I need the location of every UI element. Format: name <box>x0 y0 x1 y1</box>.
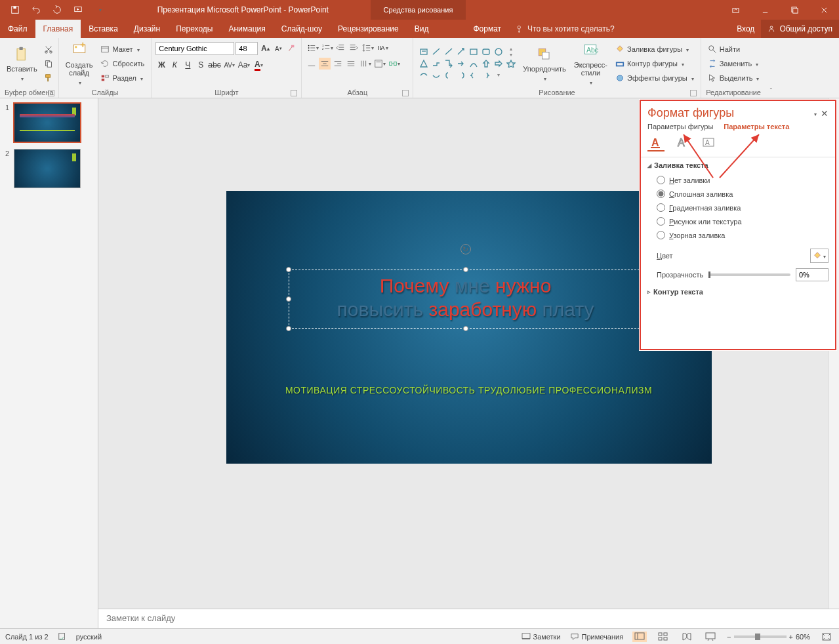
bold-icon[interactable]: Ж <box>155 59 167 71</box>
share-button[interactable]: Общий доступ <box>761 20 839 38</box>
signin-link[interactable]: Вход <box>730 20 761 38</box>
replace-menu[interactable]: Заменить <box>705 57 762 70</box>
zoom-control[interactable]: − + 60% <box>727 633 810 641</box>
transparency-input[interactable] <box>796 268 829 281</box>
textbox-icon[interactable]: A <box>700 134 717 151</box>
align-text-icon[interactable] <box>374 58 386 70</box>
pane-tab-shape[interactable]: Параметры фигуры <box>647 123 713 131</box>
align-left-icon[interactable] <box>306 58 317 70</box>
format-painter-icon[interactable] <box>43 72 54 84</box>
pane-menu-icon[interactable] <box>814 109 817 118</box>
tab-animations[interactable]: Анимация <box>220 20 273 38</box>
shape-effects-menu[interactable]: Эффекты фигуры <box>613 71 697 85</box>
bullets-icon[interactable] <box>307 42 319 54</box>
columns-icon[interactable] <box>359 58 371 70</box>
transparency-slider[interactable] <box>708 273 790 276</box>
tab-home[interactable]: Главная <box>35 20 81 38</box>
notes-toggle[interactable]: Заметки <box>522 633 561 641</box>
shape-outline-menu[interactable]: Контур фигуры <box>613 57 697 70</box>
align-right-icon[interactable] <box>332 58 344 70</box>
shape-fill-menu[interactable]: Заливка фигуры <box>613 43 697 56</box>
font-size-input[interactable] <box>235 42 258 55</box>
zoom-slider[interactable] <box>734 635 787 638</box>
resize-handle[interactable] <box>286 326 291 331</box>
thumbnail-1[interactable]: 1 <box>5 104 98 142</box>
shapes-gallery[interactable]: ▴▾ ▾ <box>417 45 518 81</box>
smartart-icon[interactable] <box>388 58 400 70</box>
tab-format[interactable]: Формат <box>465 20 509 38</box>
new-slide-button[interactable]: Создать слайд <box>63 40 96 87</box>
decrease-indent-icon[interactable] <box>335 42 346 54</box>
zoom-out-icon[interactable]: − <box>727 633 731 641</box>
shadow-icon[interactable]: S <box>195 59 207 71</box>
section-text-outline[interactable]: Контур текста <box>641 284 835 300</box>
radio-picture-fill[interactable]: Рисунок или текстура <box>657 214 829 228</box>
radio-gradient-fill[interactable]: Градиентная заливка <box>657 201 829 214</box>
pane-tab-text[interactable]: Параметры текста <box>724 123 789 131</box>
text-direction-icon[interactable]: IIА <box>377 42 388 54</box>
cut-icon[interactable] <box>43 43 54 55</box>
reading-view-icon[interactable] <box>680 632 694 642</box>
tab-design[interactable]: Дизайн <box>126 20 168 38</box>
resize-handle[interactable] <box>286 296 291 302</box>
slide-counter[interactable]: Слайд 1 из 2 <box>5 633 49 641</box>
start-from-beginning-icon[interactable] <box>72 4 84 16</box>
shrink-font-icon[interactable]: A▾ <box>272 43 284 54</box>
spellcheck-icon[interactable] <box>58 632 67 642</box>
select-menu[interactable]: Выделить <box>705 71 762 85</box>
underline-icon[interactable]: Ч <box>182 59 194 71</box>
numbering-icon[interactable]: 12 <box>321 42 333 54</box>
font-launcher[interactable] <box>291 90 297 96</box>
find-button[interactable]: Найти <box>705 43 762 56</box>
save-icon[interactable] <box>9 4 21 16</box>
clipboard-launcher[interactable] <box>48 90 54 96</box>
section-text-fill[interactable]: Заливка текста <box>641 157 835 173</box>
minimize-icon[interactable] <box>750 0 780 20</box>
tell-me-search[interactable]: Что вы хотите сделать? <box>509 20 621 38</box>
redo-icon[interactable] <box>51 4 63 16</box>
text-effects-icon[interactable]: A <box>674 134 691 151</box>
language-indicator[interactable]: русский <box>76 633 102 641</box>
maximize-icon[interactable] <box>780 0 809 20</box>
arrange-button[interactable]: Упорядочить <box>520 44 568 83</box>
subtitle-text[interactable]: МОТИВАЦИЯ СТРЕССОУСТОЙЧИВОСТЬ ТРУДОЛЮБИЕ… <box>226 385 712 395</box>
quick-styles-button[interactable]: Abc Экспресс- стили <box>571 40 610 87</box>
tab-transitions[interactable]: Переходы <box>168 20 220 38</box>
ribbon-display-icon[interactable] <box>721 0 750 20</box>
resize-handle[interactable] <box>463 326 468 331</box>
tab-slideshow[interactable]: Слайд-шоу <box>274 20 330 38</box>
collapse-ribbon-icon[interactable]: ˆ <box>770 88 772 95</box>
italic-icon[interactable]: К <box>169 59 180 71</box>
tab-review[interactable]: Рецензирование <box>330 20 407 38</box>
line-spacing-icon[interactable] <box>362 42 374 54</box>
radio-pattern-fill[interactable]: Узорная заливка <box>657 228 829 242</box>
zoom-value[interactable]: 60% <box>796 633 810 641</box>
increase-indent-icon[interactable] <box>348 42 359 54</box>
color-picker[interactable] <box>810 249 829 263</box>
thumbnail-2[interactable]: 2 <box>5 150 98 188</box>
clear-formatting-icon[interactable] <box>285 43 297 54</box>
close-icon[interactable] <box>809 0 839 20</box>
title-placeholder[interactable]: Почему мне нужно повысить заработную пла… <box>289 270 643 329</box>
rotate-handle[interactable] <box>460 244 471 254</box>
sorter-view-icon[interactable] <box>656 632 670 642</box>
font-color-icon[interactable]: A <box>253 59 264 71</box>
undo-icon[interactable] <box>30 4 42 16</box>
text-fill-outline-icon[interactable]: A <box>647 134 665 151</box>
radio-solid-fill[interactable]: Сплошная заливка <box>657 187 829 201</box>
zoom-in-icon[interactable]: + <box>789 633 793 641</box>
drawing-launcher[interactable] <box>690 90 697 96</box>
align-center-icon[interactable] <box>319 58 331 70</box>
tab-file[interactable]: Файл <box>0 20 35 38</box>
resize-handle[interactable] <box>286 267 291 272</box>
normal-view-icon[interactable] <box>632 632 647 642</box>
char-spacing-icon[interactable]: AV <box>224 59 235 71</box>
font-name-input[interactable] <box>155 42 234 55</box>
grow-font-icon[interactable]: A▴ <box>259 43 271 54</box>
slideshow-view-icon[interactable] <box>703 632 718 642</box>
justify-icon[interactable] <box>345 58 357 70</box>
strike-icon[interactable]: abc <box>208 59 220 71</box>
change-case-icon[interactable]: Aa <box>238 59 251 71</box>
qat-customize-icon[interactable] <box>94 4 106 16</box>
tab-insert[interactable]: Вставка <box>81 20 126 38</box>
